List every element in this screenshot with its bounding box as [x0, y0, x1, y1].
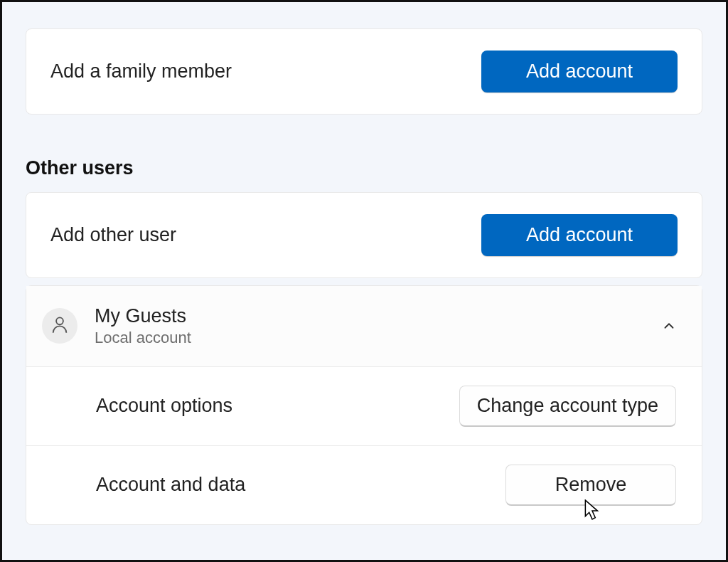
remove-account-button[interactable]: Remove	[505, 465, 676, 506]
user-account-text: My Guests Local account	[95, 304, 660, 348]
family-card: Add a family member Add account	[26, 28, 702, 115]
user-account-type: Local account	[95, 329, 660, 347]
avatar	[42, 308, 77, 344]
change-account-type-button[interactable]: Change account type	[459, 386, 676, 427]
person-icon	[50, 314, 70, 337]
user-account-card: My Guests Local account Account options …	[26, 285, 702, 525]
account-data-label: Account and data	[96, 474, 245, 496]
family-add-account-button[interactable]: Add account	[481, 51, 678, 92]
user-account-name: My Guests	[95, 304, 660, 327]
other-users-add-card: Add other user Add account	[26, 192, 702, 278]
account-options-label: Account options	[96, 395, 232, 417]
window-frame: Add a family member Add account Other us…	[0, 0, 728, 562]
chevron-up-icon	[660, 317, 678, 334]
other-users-add-account-button[interactable]: Add account	[481, 214, 678, 256]
svg-point-0	[56, 318, 63, 325]
family-row: Add a family member Add account	[26, 29, 702, 114]
family-add-label: Add a family member	[50, 60, 232, 83]
other-users-add-row: Add other user Add account	[26, 193, 702, 277]
other-users-add-label: Add other user	[50, 224, 176, 246]
user-account-header[interactable]: My Guests Local account	[26, 286, 702, 367]
other-users-heading: Other users	[26, 157, 702, 179]
account-options-row: Account options Change account type	[26, 367, 702, 446]
account-data-row: Account and data Remove	[26, 446, 702, 524]
settings-panel: Add a family member Add account Other us…	[4, 4, 724, 558]
